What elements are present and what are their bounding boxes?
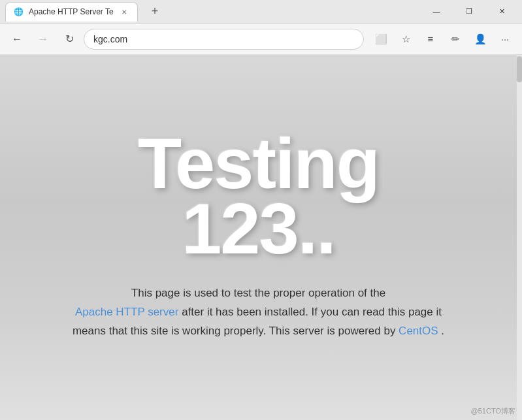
tab-strip: 🌐 Apache HTTP Server Tes ✕ + — [5, 2, 164, 22]
apache-http-server-link[interactable]: Apache HTTP server — [75, 306, 178, 318]
reading-view-button[interactable]: ⬜ — [369, 27, 393, 51]
reading-view-icon: ⬜ — [375, 33, 387, 45]
profile-icon: 👤 — [474, 33, 487, 45]
nav-icons-right: ⬜ ☆ ≡ ✏ 👤 ··· — [369, 27, 517, 51]
title-bar: 🌐 Apache HTTP Server Tes ✕ + — ❐ ✕ — [0, 0, 522, 24]
address-bar[interactable]: kgc.com — [84, 29, 364, 50]
heading-123: 123.. — [182, 193, 335, 265]
close-button[interactable]: ✕ — [487, 0, 517, 24]
more-button[interactable]: ··· — [493, 27, 517, 51]
page-description: This page is used to test the proper ope… — [63, 284, 455, 341]
edit-icon: ✏ — [451, 33, 460, 45]
watermark: @51CTO博客 — [471, 406, 515, 416]
back-button[interactable]: ← — [5, 27, 29, 51]
browser-content-wrapper: Testing 123.. This page is used to test … — [0, 55, 522, 420]
menu-button[interactable]: ≡ — [419, 27, 442, 51]
period: . — [441, 325, 444, 337]
edit-button[interactable]: ✏ — [444, 27, 467, 51]
description-text-1: This page is used to test the proper ope… — [131, 287, 385, 299]
profile-button[interactable]: 👤 — [468, 27, 492, 51]
window-controls: — ❐ ✕ — [421, 0, 517, 24]
refresh-icon: ↻ — [65, 33, 74, 45]
forward-icon: → — [38, 33, 48, 45]
maximize-button[interactable]: ❐ — [454, 0, 484, 24]
navigation-bar: ← → ↻ kgc.com ⬜ ☆ ≡ ✏ 👤 ··· — [0, 24, 522, 55]
hamburger-icon: ≡ — [428, 33, 434, 44]
address-text: kgc.com — [93, 34, 354, 44]
minimize-button[interactable]: — — [421, 0, 451, 24]
favorites-button[interactable]: ☆ — [394, 27, 417, 51]
tab-close-button[interactable]: ✕ — [119, 7, 129, 17]
back-icon: ← — [12, 33, 22, 45]
tab-title: Apache HTTP Server Tes — [29, 7, 114, 16]
more-icon: ··· — [501, 33, 510, 44]
centos-link[interactable]: CentOS — [399, 325, 438, 337]
active-tab[interactable]: 🌐 Apache HTTP Server Tes ✕ — [5, 2, 138, 22]
tab-favicon: 🌐 — [14, 7, 24, 16]
scrollbar-thumb[interactable] — [517, 56, 522, 82]
forward-button[interactable]: → — [31, 27, 55, 51]
star-icon: ☆ — [402, 33, 410, 45]
scrollbar[interactable] — [517, 55, 522, 420]
new-tab-button[interactable]: + — [146, 3, 164, 21]
page-content: Testing 123.. This page is used to test … — [0, 55, 517, 420]
refresh-button[interactable]: ↻ — [57, 27, 81, 51]
